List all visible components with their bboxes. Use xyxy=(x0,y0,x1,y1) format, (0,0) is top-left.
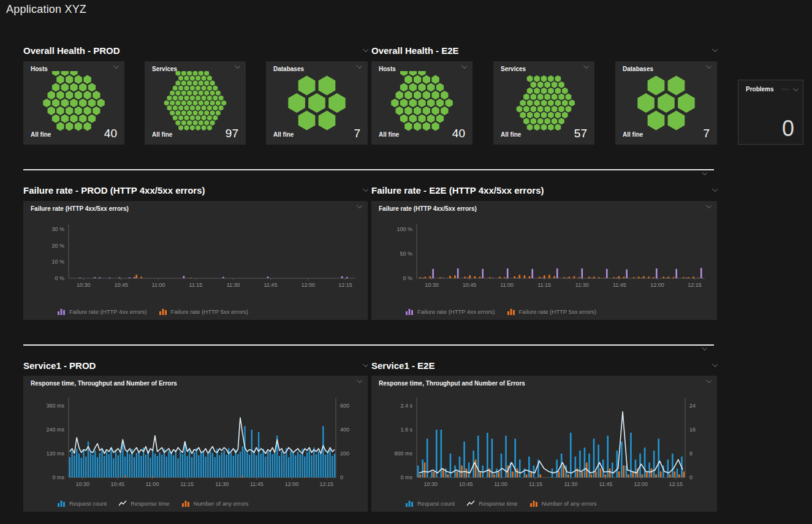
failure-rate-prod-chart-tile[interactable]: Failure rate (HTTP 4xx/5xx errors) 30 %2… xyxy=(23,201,368,320)
svg-text:11:45: 11:45 xyxy=(613,282,626,288)
failure-rate-prod-chart[interactable]: 30 %20 %10 %0 %10:3010:4511:0011:1511:30… xyxy=(25,217,366,295)
legend-label: Failure rate (HTTP 4xx errors) xyxy=(417,308,495,315)
chevron-down-icon[interactable] xyxy=(712,186,718,192)
service1-prod-chart-tile[interactable]: Response time, Throughput and Number of … xyxy=(23,376,368,512)
tile-title: Problems xyxy=(746,86,774,93)
status-label: All fine xyxy=(273,131,294,138)
chevron-down-icon[interactable] xyxy=(363,362,368,367)
chevron-down-icon[interactable] xyxy=(793,85,799,91)
svg-text:10:45: 10:45 xyxy=(114,282,128,288)
section-title: Failure rate - E2E (HTTP 4xx/5xx errors) xyxy=(371,185,544,196)
legend-item[interactable]: Response time xyxy=(467,500,517,507)
chevron-down-icon[interactable] xyxy=(712,362,718,367)
health-tile-databases-prod[interactable]: Databases All fine 7 xyxy=(266,61,368,145)
svg-text:11:00: 11:00 xyxy=(152,282,165,288)
svg-text:0 ms: 0 ms xyxy=(52,474,64,480)
honeycomb-databases xyxy=(615,71,717,135)
bar-chart-icon xyxy=(507,308,515,315)
chart-title: Response time, Throughput and Number of … xyxy=(31,380,177,387)
section-title: Failure rate - PROD (HTTP 4xx/5xx errors… xyxy=(23,185,205,196)
svg-text:1.6 s: 1.6 s xyxy=(400,427,412,433)
svg-text:11:15: 11:15 xyxy=(537,282,551,288)
chevron-down-icon[interactable] xyxy=(235,63,240,69)
entity-count: 40 xyxy=(104,127,117,140)
chevron-down-icon[interactable] xyxy=(363,186,368,192)
svg-text:10 %: 10 % xyxy=(51,259,64,265)
entity-count: 7 xyxy=(703,127,710,140)
status-label: All fine xyxy=(152,131,172,138)
failure-rate-e2e-chart[interactable]: 100 %50 %0 %10:3010:4511:0011:1511:3011:… xyxy=(373,217,716,295)
legend-item[interactable]: Failure rate (HTTP 5xx errors) xyxy=(159,308,249,315)
legend-item[interactable]: Failure rate (HTTP 4xx errors) xyxy=(406,308,495,315)
svg-text:120 ms: 120 ms xyxy=(46,450,64,457)
legend-label: Failure rate (HTTP 5xx errors) xyxy=(171,308,249,315)
chevron-down-icon[interactable] xyxy=(461,63,467,69)
legend-item[interactable]: Number of any errors xyxy=(182,500,249,507)
bar-chart-icon xyxy=(530,500,538,507)
section-divider xyxy=(23,169,714,170)
honeycomb-hosts xyxy=(371,71,472,135)
chart-title: Response time, Throughput and Number of … xyxy=(379,380,525,387)
chevron-down-icon[interactable] xyxy=(702,170,707,175)
bar-chart-icon xyxy=(182,500,190,507)
dashboard: Application XYZ Overall Health - PROD Ov… xyxy=(0,0,812,524)
legend-item[interactable]: Response time xyxy=(119,500,169,507)
chevron-down-icon[interactable] xyxy=(706,63,711,69)
svg-text:0 ms: 0 ms xyxy=(400,474,412,480)
chevron-down-icon[interactable] xyxy=(706,203,711,208)
legend-item[interactable]: Request count xyxy=(58,500,107,507)
svg-text:11:45: 11:45 xyxy=(599,481,612,487)
svg-text:10:30: 10:30 xyxy=(425,282,439,288)
chevron-down-icon[interactable] xyxy=(357,63,362,69)
section-divider xyxy=(23,344,714,346)
section-title: Service1 - PROD xyxy=(23,360,96,371)
legend-label: Number of any errors xyxy=(542,500,597,507)
health-tile-services-prod[interactable]: Services All fine 97 xyxy=(145,61,246,145)
line-chart-icon xyxy=(119,500,127,507)
service1-e2e-chart-tile[interactable]: Response time, Throughput and Number of … xyxy=(371,376,717,512)
health-tile-hosts-prod[interactable]: Hosts All fine 40 xyxy=(23,61,124,145)
section-header-service1-e2e: Service1 - E2E xyxy=(371,359,717,371)
section-title: Overall Health - PROD xyxy=(23,45,120,56)
svg-text:100 %: 100 % xyxy=(397,226,412,232)
service1-prod-chart[interactable]: 360 ms240 ms120 ms0 ms600400200010:3010:… xyxy=(25,390,366,495)
service1-e2e-chart[interactable]: 2.4 s1.6 s800 ms0 ms24168010:3010:4511:0… xyxy=(373,390,716,495)
svg-text:11:15: 11:15 xyxy=(189,282,202,288)
chevron-down-icon[interactable] xyxy=(712,47,718,52)
svg-text:11:30: 11:30 xyxy=(575,282,589,288)
problems-tile[interactable]: Problems 0 xyxy=(738,80,803,145)
line-chart-icon xyxy=(467,500,475,507)
entity-count: 97 xyxy=(226,127,238,140)
chevron-down-icon[interactable] xyxy=(706,378,711,383)
svg-text:0: 0 xyxy=(689,474,692,480)
chevron-down-icon[interactable] xyxy=(583,63,589,69)
chevron-down-icon[interactable] xyxy=(702,345,707,351)
bar-chart-icon xyxy=(58,308,66,315)
legend-item[interactable]: Failure rate (HTTP 5xx errors) xyxy=(507,308,597,315)
problems-count: 0 xyxy=(782,116,794,142)
svg-text:10:45: 10:45 xyxy=(111,481,125,487)
legend-label: Response time xyxy=(479,500,517,507)
health-tile-hosts-e2e[interactable]: Hosts All fine 40 xyxy=(371,61,472,145)
chevron-down-icon[interactable] xyxy=(357,203,362,208)
section-title: Overall Health - E2E xyxy=(371,45,459,56)
svg-text:10:45: 10:45 xyxy=(459,481,473,487)
legend-item[interactable]: Failure rate (HTTP 4xx errors) xyxy=(58,308,147,315)
section-header-service1-prod: Service1 - PROD xyxy=(23,359,368,371)
health-tile-services-e2e[interactable]: Services All fine 57 xyxy=(493,61,594,145)
failure-rate-e2e-chart-tile[interactable]: Failure rate (HTTP 4xx/5xx errors) 100 %… xyxy=(371,201,717,320)
health-tile-databases-e2e[interactable]: Databases All fine 7 xyxy=(615,61,717,145)
legend-item[interactable]: Number of any errors xyxy=(530,500,597,507)
legend-label: Failure rate (HTTP 4xx errors) xyxy=(69,308,147,315)
svg-text:12:00: 12:00 xyxy=(285,481,299,487)
legend-item[interactable]: Request count xyxy=(406,500,455,507)
chart-title: Failure rate (HTTP 4xx/5xx errors) xyxy=(379,205,477,212)
entity-count: 57 xyxy=(574,127,587,140)
chevron-down-icon[interactable] xyxy=(363,47,368,52)
chevron-down-icon[interactable] xyxy=(113,63,119,69)
honeycomb-services xyxy=(493,71,594,135)
section-header-overall-health-prod: Overall Health - PROD xyxy=(23,44,368,56)
section-header-overall-health-e2e: Overall Health - E2E xyxy=(371,44,717,56)
svg-text:24: 24 xyxy=(689,403,696,409)
chevron-down-icon[interactable] xyxy=(357,378,362,383)
